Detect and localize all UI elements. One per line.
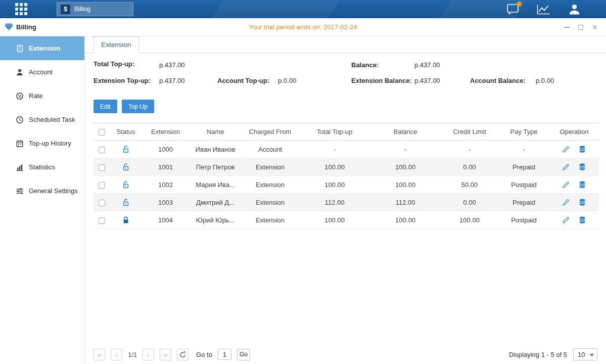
sidebar: Extension Account Rate Scheduled Task To… (0, 36, 85, 364)
statistics-icon (16, 163, 24, 171)
pagination-bar: « ‹ 1/1 › » Go to Go Displaying 1 - 5 of… (94, 348, 597, 360)
chat-icon[interactable] (506, 4, 519, 15)
row-checkbox[interactable] (99, 182, 105, 189)
rate-icon (16, 92, 24, 100)
page-size-select[interactable]: 10 (573, 348, 597, 360)
refresh-button[interactable] (177, 349, 189, 360)
edit-icon[interactable] (562, 199, 570, 206)
goto-page-input[interactable] (218, 349, 231, 360)
balance-cell: 100.00 (370, 211, 441, 229)
topbar-right (506, 4, 606, 15)
billing-app-tab[interactable]: $ Billing (57, 2, 133, 16)
minimize-icon (564, 27, 570, 28)
last-page-button[interactable]: » (160, 349, 171, 360)
scheduled-task-icon (16, 116, 24, 124)
topup-icon[interactable] (578, 145, 586, 153)
edit-icon[interactable] (562, 146, 570, 153)
unlocked-icon (122, 163, 130, 171)
page-size-value: 10 (578, 351, 585, 358)
extension-cell: 1002 (142, 176, 190, 194)
edit-button[interactable]: Edit (94, 100, 117, 113)
total-topup-label: Total Top-up: (94, 60, 134, 68)
tab-extension[interactable]: Extension (94, 36, 139, 53)
account-balance-value: p.0.00 (536, 77, 554, 84)
close-button[interactable]: ✕ (592, 24, 598, 31)
operation-cell (549, 211, 599, 229)
row-checkbox[interactable] (99, 217, 105, 224)
extension-topup-label: Extension Top-up: (94, 77, 151, 84)
maximize-button[interactable] (578, 24, 583, 31)
balance-cell: 100.00 (370, 176, 441, 194)
displaying-text: Displaying 1 - 5 of 5 (509, 351, 567, 358)
sidebar-item-statistics[interactable]: Statistics (0, 155, 84, 179)
credit-limit-cell: 50.00 (441, 176, 498, 194)
titlebar-left: Billing (0, 23, 36, 31)
line-chart-icon[interactable] (537, 4, 550, 15)
pay-type-cell: Postpaid (498, 176, 549, 194)
app-body: Extension Account Rate Scheduled Task To… (0, 36, 606, 364)
sidebar-item-topup-history[interactable]: Top-up History (0, 131, 84, 155)
balance-cell: 112.00 (370, 194, 441, 211)
top-up-button[interactable]: Top Up (122, 100, 154, 113)
billing-app-window: $ Billing Billing Your trial period ends… (0, 0, 606, 364)
topup-icon[interactable] (578, 180, 586, 189)
topup-icon[interactable] (578, 216, 586, 224)
total-topup-cell: 100.00 (299, 211, 370, 229)
table-row: 1002 Мария Ива... Extension 100.00 100.0… (94, 176, 599, 194)
sidebar-item-extension[interactable]: Extension (0, 36, 84, 60)
name-cell: Мария Ива... (190, 176, 241, 194)
extension-icon (16, 44, 24, 53)
operation-cell (549, 176, 599, 194)
charged-from-cell: Extension (241, 176, 299, 194)
balance-summary: Total Top-up: p.437.00 Balance: p.437.00… (94, 60, 597, 92)
name-cell: Иван Иванов (190, 141, 241, 158)
topup-icon[interactable] (578, 163, 586, 171)
sidebar-item-label: Extension (29, 44, 60, 52)
sidebar-item-general-settings[interactable]: General Settings (0, 179, 84, 203)
pay-type-cell: - (498, 141, 549, 158)
row-checkbox[interactable] (99, 147, 105, 153)
apps-grid-icon[interactable] (15, 3, 27, 15)
unlocked-icon (122, 198, 130, 207)
pay-type-cell: Postpaid (498, 211, 549, 229)
minimize-button[interactable] (564, 24, 570, 31)
sidebar-item-account[interactable]: Account (0, 60, 84, 84)
balance-cell: - (370, 141, 441, 158)
name-cell: Юрий Юрь... (190, 211, 241, 229)
credit-limit-cell: 0.00 (441, 194, 498, 211)
sidebar-item-scheduled-task[interactable]: Scheduled Task (0, 108, 84, 131)
tab-bar: Extension (85, 36, 606, 53)
operation-cell (549, 158, 599, 176)
action-buttons: Edit Top Up (94, 100, 597, 113)
edit-icon[interactable] (562, 163, 570, 171)
sidebar-item-rate[interactable]: Rate (0, 84, 84, 108)
select-all-checkbox[interactable] (99, 129, 105, 135)
credit-limit-cell: 100.00 (441, 211, 498, 229)
topup-icon[interactable] (578, 198, 586, 206)
next-page-button[interactable]: › (143, 349, 154, 360)
refresh-icon (179, 351, 187, 358)
extension-balance-value: p.437.00 (414, 77, 440, 84)
extension-cell: 1004 (142, 211, 190, 229)
account-topup-value: p.0.00 (278, 77, 296, 84)
sidebar-item-label: Rate (29, 92, 42, 100)
user-icon[interactable] (568, 4, 581, 15)
row-checkbox[interactable] (99, 200, 105, 206)
credit-limit-cell: - (441, 141, 498, 158)
row-checkbox[interactable] (99, 164, 105, 171)
total-topup-cell: - (299, 141, 370, 158)
col-name: Name (190, 123, 241, 141)
go-button[interactable]: Go (237, 349, 250, 360)
extension-cell: 1001 (142, 158, 190, 176)
col-pay-type: Pay Type (498, 123, 549, 141)
prev-page-button[interactable]: ‹ (111, 349, 122, 360)
app-logo-icon (5, 23, 13, 31)
edit-icon[interactable] (562, 216, 570, 224)
locked-icon (122, 216, 130, 224)
sidebar-item-label: Scheduled Task (29, 116, 75, 123)
edit-icon[interactable] (562, 181, 570, 189)
first-page-button[interactable]: « (94, 349, 105, 360)
table-row: 1004 Юрий Юрь... Extension 100.00 100.00… (94, 211, 599, 229)
window-controls: ✕ (564, 24, 606, 31)
charged-from-cell: Account (241, 141, 299, 158)
